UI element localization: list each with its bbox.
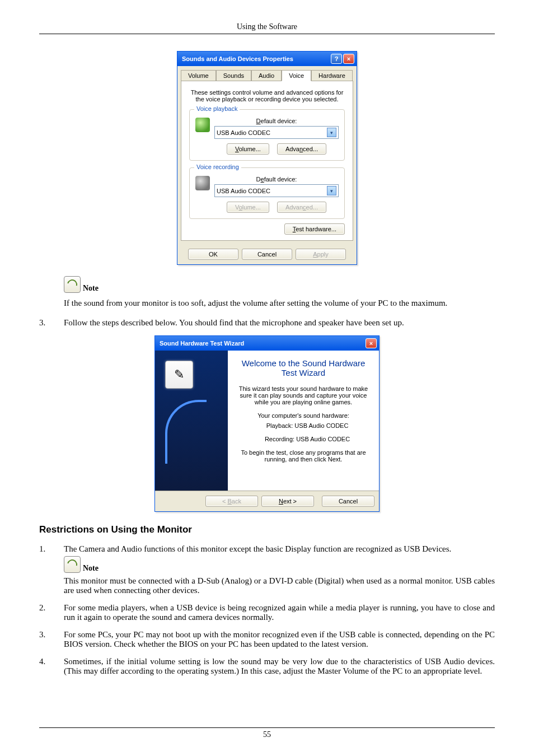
wizard-wand-icon: ✎ xyxy=(165,361,193,389)
close-icon[interactable]: × xyxy=(343,54,354,64)
panel-description: These settings control volume and advanc… xyxy=(189,89,345,102)
chevron-down-icon[interactable]: ▾ xyxy=(327,128,336,137)
wizard-title: Sound Hardware Test Wizard xyxy=(160,340,244,347)
wizard-recording-line: Recording: USB Audio CODEC xyxy=(245,436,370,442)
item-number: 3. xyxy=(39,630,53,649)
recording-device-dropdown[interactable]: USB Audio CODEC ▾ xyxy=(214,184,339,197)
wizard-decoration xyxy=(165,400,207,464)
tab-hardware[interactable]: Hardware xyxy=(311,70,353,81)
close-icon[interactable]: × xyxy=(366,338,377,348)
audio-properties-dialog: Sounds and Audio Devices Properties ? × … xyxy=(177,51,357,265)
item-number: 4. xyxy=(39,657,53,676)
note-label: Note xyxy=(83,284,99,293)
note-text: If the sound from your monitor is too so… xyxy=(64,298,495,308)
wizard-para1: This wizard tests your sound hardware to… xyxy=(237,385,370,405)
wizard-titlebar: Sound Hardware Test Wizard × xyxy=(155,336,379,351)
step-text: Follow the steps described below. You sh… xyxy=(64,318,495,328)
item-number: 1. xyxy=(39,544,53,595)
playback-volume-button[interactable]: Volume... xyxy=(227,143,269,155)
item-text: For some media players, when a USB devic… xyxy=(64,603,495,622)
help-icon[interactable]: ? xyxy=(331,54,342,64)
sound-wizard-dialog: Sound Hardware Test Wizard × ✎ Welcome t… xyxy=(154,335,380,512)
item-text: For some PCs, your PC may not boot up wi… xyxy=(64,630,495,649)
voice-playback-group: Voice playback Default device: USB Audio… xyxy=(189,109,345,161)
wizard-playback-line: Playback: USB Audio CODEC xyxy=(245,422,370,429)
group-legend-recording: Voice recording xyxy=(194,164,241,170)
chevron-down-icon[interactable]: ▾ xyxy=(327,186,336,195)
next-button[interactable]: Next > xyxy=(261,496,314,507)
tab-audio[interactable]: Audio xyxy=(251,70,282,81)
wizard-body: ✎ Welcome to the Sound Hardware Test Wiz… xyxy=(155,351,379,491)
playback-device-dropdown[interactable]: USB Audio CODEC ▾ xyxy=(214,126,339,139)
microphone-icon xyxy=(195,176,210,190)
wizard-heading: Welcome to the Sound Hardware Test Wizar… xyxy=(237,358,370,377)
step-number: 3. xyxy=(39,318,53,328)
playback-default-label: Default device: xyxy=(214,118,339,124)
test-hardware-button[interactable]: Test hardware... xyxy=(284,223,345,235)
wizard-sidebar: ✎ xyxy=(155,351,228,491)
section-heading: Restrictions on Using the Monitor xyxy=(39,524,495,535)
speaker-icon xyxy=(195,118,210,132)
note-label: Note xyxy=(83,564,99,573)
page-footer: 55 xyxy=(39,727,495,739)
group-legend-playback: Voice playback xyxy=(194,105,240,112)
playback-device-value: USB Audio CODEC xyxy=(217,129,270,136)
dialog-titlebar: Sounds and Audio Devices Properties ? × xyxy=(177,52,357,66)
item-number: 2. xyxy=(39,603,53,622)
recording-volume-button: Volume... xyxy=(227,202,269,213)
page-header: Using the Software xyxy=(39,22,495,31)
recording-advanced-button: Advanced... xyxy=(277,202,326,213)
wizard-cancel-button[interactable]: Cancel xyxy=(322,496,374,507)
tab-sounds[interactable]: Sounds xyxy=(216,70,251,81)
tab-voice[interactable]: Voice xyxy=(282,70,311,81)
item-text: Sometimes, if the initial volume setting… xyxy=(64,657,495,676)
dialog-button-row: OK Cancel Apply xyxy=(177,244,357,264)
header-divider xyxy=(39,34,495,34)
ok-button[interactable]: OK xyxy=(188,249,238,260)
recording-default-label: Default device: xyxy=(214,176,339,183)
dialog-title: Sounds and Audio Devices Properties xyxy=(182,55,293,62)
voice-recording-group: Voice recording Default device: USB Audi… xyxy=(189,167,345,219)
note-icon xyxy=(64,276,81,293)
recording-device-value: USB Audio CODEC xyxy=(217,188,270,194)
tab-panel: These settings control volume and advanc… xyxy=(181,81,353,241)
tab-volume[interactable]: Volume xyxy=(181,70,216,81)
note-text: This monitor must be connected with a D-… xyxy=(64,576,495,595)
wizard-button-row: < Back Next > Cancel xyxy=(155,491,379,511)
playback-advanced-button[interactable]: Advanced... xyxy=(277,143,326,155)
apply-button: Apply xyxy=(296,249,346,260)
item-text: The Camera and Audio functions of this m… xyxy=(64,544,495,595)
tab-strip: Volume Sounds Audio Voice Hardware xyxy=(177,66,357,81)
cancel-button[interactable]: Cancel xyxy=(242,249,292,260)
wizard-para3: To begin the test, close any programs th… xyxy=(237,449,370,463)
wizard-para2: Your computer's sound hardware: xyxy=(237,412,370,419)
note-icon xyxy=(64,556,81,573)
back-button: < Back xyxy=(205,496,258,507)
